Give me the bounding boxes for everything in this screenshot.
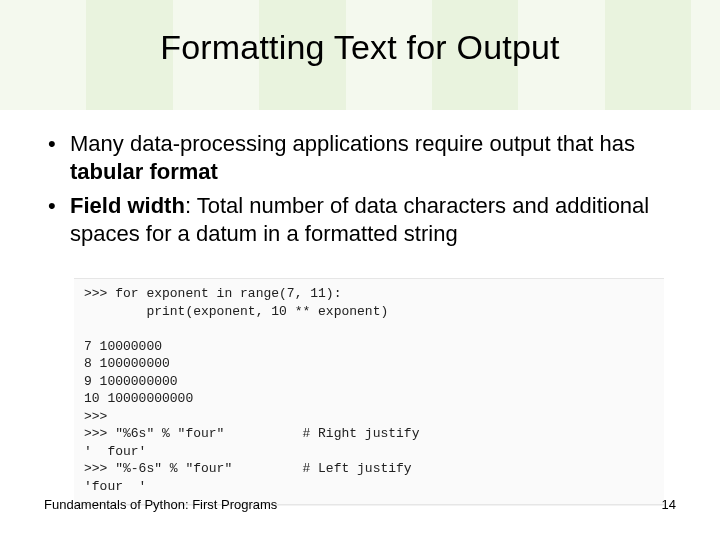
footer: Fundamentals of Python: First Programs 1… bbox=[44, 497, 676, 512]
bullet-item: Field width: Total number of data charac… bbox=[44, 192, 670, 248]
slide-title: Formatting Text for Output bbox=[0, 28, 720, 67]
slide: Formatting Text for Output Many data-pro… bbox=[0, 0, 720, 540]
bullet-text-bold: Field width bbox=[70, 193, 185, 218]
content-area: Many data-processing applications requir… bbox=[44, 130, 670, 255]
footer-left: Fundamentals of Python: First Programs bbox=[44, 497, 277, 512]
bullet-list: Many data-processing applications requir… bbox=[44, 130, 670, 249]
bullet-text-bold: tabular format bbox=[70, 159, 218, 184]
code-block: >>> for exponent in range(7, 11): print(… bbox=[74, 278, 664, 505]
bullet-text-pre: Many data-processing applications requir… bbox=[70, 131, 635, 156]
page-number: 14 bbox=[662, 497, 676, 512]
bullet-item: Many data-processing applications requir… bbox=[44, 130, 670, 186]
